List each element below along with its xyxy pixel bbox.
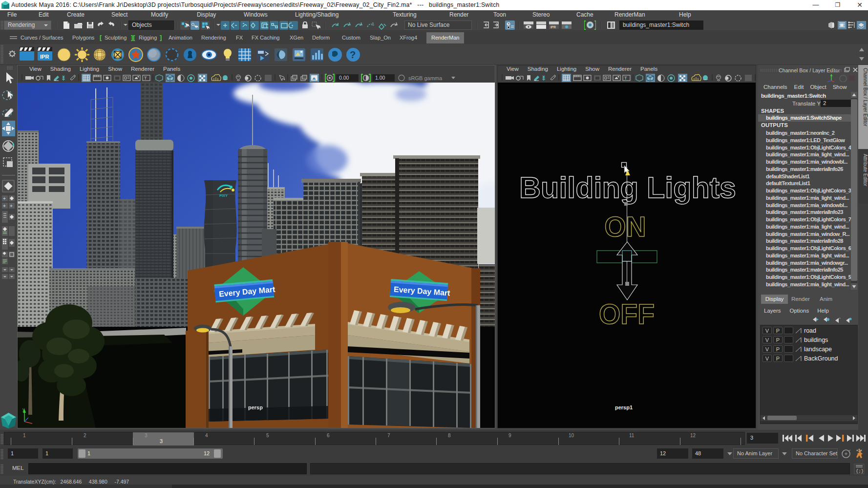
svg-text:PIXY: PIXY xyxy=(219,193,228,198)
svg-text:+: + xyxy=(839,316,841,320)
svg-text:{;}: {;} xyxy=(856,469,864,474)
svg-text:+: + xyxy=(3,196,6,201)
svg-text:+: + xyxy=(10,203,13,209)
svg-text:IPR: IPR xyxy=(550,25,556,29)
svg-text:IPR: IPR xyxy=(40,54,49,60)
svg-text:?: ? xyxy=(350,49,356,60)
svg-text:+: + xyxy=(3,203,6,209)
svg-text:OFF: OFF xyxy=(599,298,655,330)
svg-text:Building Lights: Building Lights xyxy=(519,171,736,204)
svg-text:y: y xyxy=(22,407,25,412)
svg-text:ON: ON xyxy=(604,211,646,242)
